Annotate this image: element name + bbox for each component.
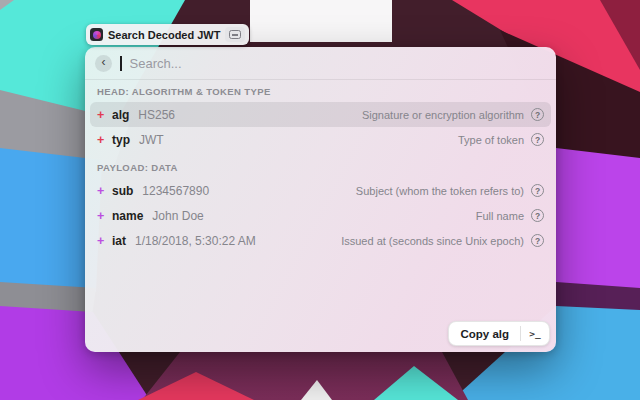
section-header: HEAD: ALGORITHM & TOKEN TYPE: [97, 86, 544, 98]
claim-value: JWT: [139, 133, 164, 147]
command-pill[interactable]: Search Decoded JWT: [86, 24, 249, 45]
claims-list: HEAD: ALGORITHM & TOKEN TYPE+algHS256Sig…: [85, 80, 556, 253]
claim-key: name: [112, 209, 143, 223]
claim-key: sub: [112, 184, 133, 198]
help-icon[interactable]: ?: [531, 184, 544, 197]
claim-row-alg[interactable]: +algHS256Signature or encryption algorit…: [90, 102, 551, 127]
keyboard-badge: [225, 27, 245, 42]
command-pill-label: Search Decoded JWT: [108, 29, 220, 41]
help-icon[interactable]: ?: [531, 133, 544, 146]
footer-actions: Copy alg >_: [448, 321, 550, 346]
search-input[interactable]: Search...: [130, 56, 182, 71]
claim-value: HS256: [138, 108, 175, 122]
help-icon[interactable]: ?: [531, 108, 544, 121]
claim-row-iat[interactable]: +iat1/18/2018, 5:30:22 AMIssued at (seco…: [90, 228, 551, 253]
claim-row-typ[interactable]: +typJWTType of token?: [90, 127, 551, 152]
search-bar: ‹ Search...: [85, 47, 556, 80]
text-caret: [120, 56, 122, 71]
claim-value: 1234567890: [142, 184, 209, 198]
keyboard-icon: [229, 30, 241, 39]
claim-description: Signature or encryption algorithm: [362, 109, 524, 121]
claim-value: 1/18/2018, 5:30:22 AM: [135, 234, 256, 248]
claim-key: iat: [112, 234, 126, 248]
section-header: PAYLOAD: DATA: [97, 162, 544, 174]
plus-icon: +: [97, 108, 112, 122]
claim-meta: Subject (whom the token refers to)?: [356, 184, 544, 197]
claim-meta: Signature or encryption algorithm?: [362, 108, 544, 121]
actions-menu-button[interactable]: >_: [521, 322, 549, 345]
claim-row-sub[interactable]: +sub1234567890Subject (whom the token re…: [90, 178, 551, 203]
claim-key: alg: [112, 108, 129, 122]
plus-icon: +: [97, 184, 112, 198]
jwt-app-icon: [90, 28, 103, 41]
plus-icon: +: [97, 133, 112, 147]
help-icon[interactable]: ?: [531, 234, 544, 247]
claims-section: PAYLOAD: DATA+sub1234567890Subject (whom…: [90, 162, 551, 253]
claim-description: Full name: [476, 210, 524, 222]
claim-description: Issued at (seconds since Unix epoch): [341, 235, 524, 247]
claim-row-name[interactable]: +nameJohn DoeFull name?: [90, 203, 551, 228]
claim-key: typ: [112, 133, 130, 147]
back-button[interactable]: ‹: [95, 55, 112, 72]
claim-meta: Full name?: [476, 209, 544, 222]
copy-alg-button[interactable]: Copy alg: [449, 322, 520, 345]
claim-description: Type of token: [458, 134, 524, 146]
claim-description: Subject (whom the token refers to): [356, 185, 524, 197]
help-icon[interactable]: ?: [531, 209, 544, 222]
claim-meta: Type of token?: [458, 133, 544, 146]
plus-icon: +: [97, 209, 112, 223]
decoded-jwt-dialog: ‹ Search... HEAD: ALGORITHM & TOKEN TYPE…: [85, 47, 556, 352]
claims-section: HEAD: ALGORITHM & TOKEN TYPE+algHS256Sig…: [90, 86, 551, 152]
plus-icon: +: [97, 234, 112, 248]
claim-meta: Issued at (seconds since Unix epoch)?: [341, 234, 544, 247]
claim-value: John Doe: [152, 209, 203, 223]
